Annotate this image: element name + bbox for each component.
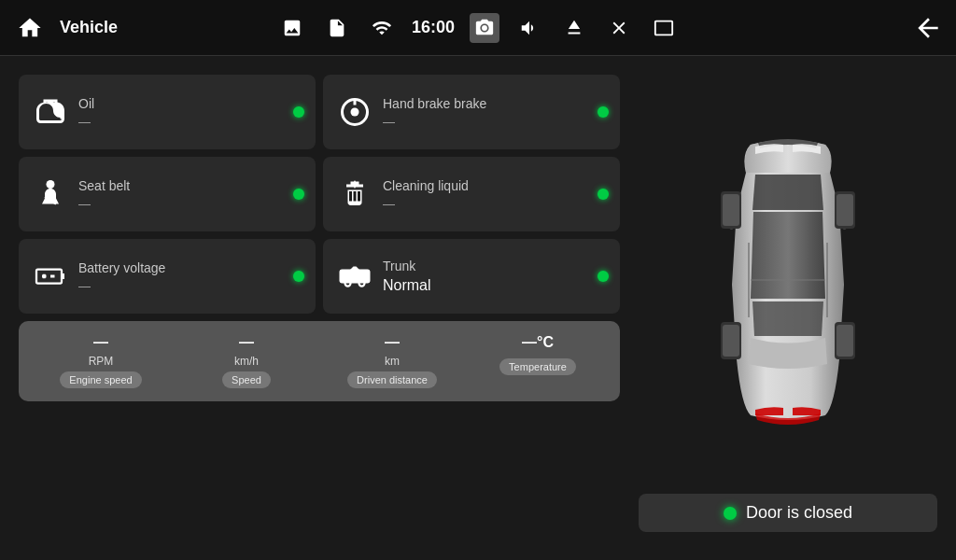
battery-value: — — [78, 279, 302, 293]
svg-rect-5 — [36, 270, 62, 284]
speed-stat: — km/h Speed — [177, 334, 316, 388]
trunk-info: Trunk Normal — [383, 259, 607, 294]
volume-icon[interactable] — [514, 13, 544, 43]
door-status-indicator — [724, 507, 737, 520]
topbar-center: 16:00 — [244, 13, 712, 43]
screen-icon[interactable] — [649, 13, 679, 43]
cleaning-liquid-card: Cleaning liquid — — [323, 157, 620, 231]
svg-rect-21 — [836, 325, 853, 357]
speed-label: Speed — [222, 371, 271, 388]
temperature-value: —°C — [522, 334, 554, 351]
driven-distance-label: Driven distance — [347, 371, 437, 388]
trunk-card: Trunk Normal — [323, 239, 620, 314]
hand-brake-info: Hand brake brake — — [383, 96, 607, 129]
svg-rect-6 — [62, 273, 64, 279]
engine-speed-value: — — [93, 334, 108, 351]
trunk-indicator — [598, 271, 609, 282]
temperature-stat: —°C Temperature — [469, 334, 607, 388]
svg-point-3 — [47, 180, 55, 189]
door-status: Door is closed — [639, 494, 937, 532]
topbar: Vehicle 16:00 — [0, 0, 956, 56]
left-panel: Oil — Hand brake brake — — [19, 75, 620, 541]
engine-speed-label: Engine speed — [60, 371, 141, 388]
svg-point-1 — [351, 108, 359, 117]
camera-icon[interactable] — [470, 13, 499, 43]
wifi-icon[interactable] — [367, 13, 397, 43]
status-grid: Oil — Hand brake brake — — [19, 75, 620, 314]
trunk-label: Trunk — [383, 259, 607, 273]
svg-rect-15 — [723, 194, 739, 226]
seat-belt-value: — — [78, 197, 302, 211]
hand-brake-icon — [336, 93, 373, 131]
oil-indicator — [293, 106, 304, 118]
topbar-left: Vehicle — [9, 7, 244, 49]
battery-indicator — [293, 271, 304, 282]
seat-belt-card: Seat belt — — [19, 157, 316, 231]
hand-brake-indicator — [598, 106, 609, 118]
driven-distance-stat: — km Driven distance — [323, 334, 461, 388]
battery-card: Battery voltage — — [19, 239, 316, 314]
trunk-icon — [336, 258, 373, 295]
car-image — [695, 135, 881, 434]
car-display — [639, 75, 937, 494]
hand-brake-label: Hand brake brake — [383, 96, 607, 111]
seat-belt-label: Seat belt — [78, 178, 302, 193]
oil-info: Oil — — [78, 96, 302, 129]
svg-rect-17 — [836, 194, 853, 226]
driven-distance-unit: km — [385, 355, 400, 368]
oil-label: Oil — [78, 96, 302, 111]
seat-belt-info: Seat belt — — [78, 178, 302, 211]
cleaning-liquid-value: — — [383, 197, 607, 211]
file-icon[interactable] — [322, 13, 352, 43]
engine-speed-unit: RPM — [89, 355, 114, 368]
time-display: 16:00 — [412, 18, 455, 37]
cleaning-liquid-info: Cleaning liquid — — [383, 178, 607, 211]
driven-distance-value: — — [385, 334, 400, 351]
battery-icon — [32, 258, 69, 295]
cleaning-liquid-label: Cleaning liquid — [383, 178, 607, 193]
page-title: Vehicle — [60, 18, 118, 37]
topbar-right — [712, 9, 947, 47]
door-status-text: Door is closed — [746, 503, 852, 523]
seat-belt-indicator — [293, 189, 304, 200]
engine-speed-stat: — RPM Engine speed — [32, 334, 170, 388]
cleaning-liquid-indicator — [598, 189, 609, 200]
trunk-value: Normal — [383, 277, 607, 294]
stats-panel: — RPM Engine speed — km/h Speed — km Dri… — [19, 321, 620, 401]
temperature-label: Temperature — [499, 358, 576, 375]
battery-label: Battery voltage — [78, 260, 302, 275]
oil-card: Oil — — [19, 75, 316, 149]
close-icon[interactable] — [604, 13, 634, 43]
eject-icon[interactable] — [559, 13, 589, 43]
back-button[interactable] — [909, 9, 947, 47]
svg-rect-19 — [723, 325, 739, 357]
seat-belt-icon — [32, 175, 69, 213]
oil-value: — — [78, 115, 302, 129]
hand-brake-value: — — [383, 115, 607, 129]
cleaning-liquid-icon — [336, 175, 373, 213]
speed-unit: km/h — [234, 355, 259, 368]
home-button[interactable] — [9, 7, 50, 49]
speed-value: — — [239, 334, 254, 351]
hand-brake-card: Hand brake brake — — [323, 75, 620, 149]
battery-info: Battery voltage — — [78, 260, 302, 293]
oil-icon — [32, 93, 69, 131]
image-icon[interactable] — [277, 13, 307, 43]
right-panel: Door is closed — [639, 75, 937, 541]
main-content: Oil — Hand brake brake — — [0, 56, 956, 560]
